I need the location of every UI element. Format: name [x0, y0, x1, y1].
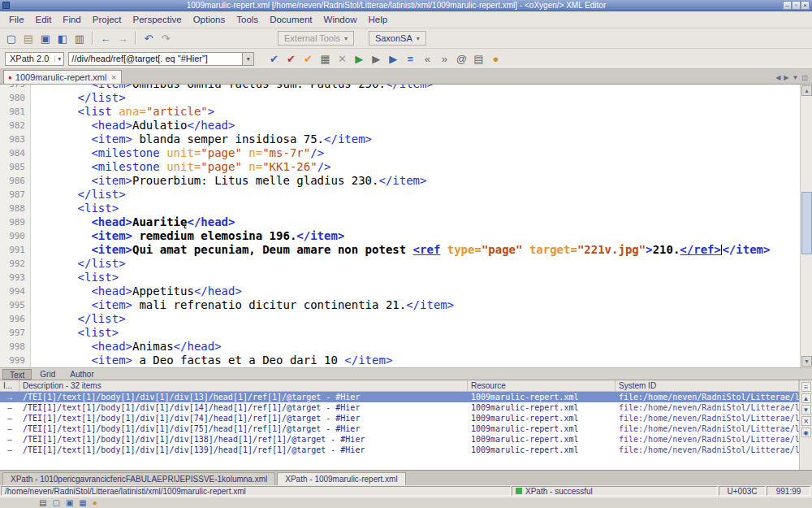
open-folder-icon[interactable]: ▤ — [20, 30, 37, 46]
menu-options[interactable]: Options — [188, 13, 231, 26]
scroll-tabs-left-icon[interactable]: ◀ — [775, 74, 780, 81]
code-line-996[interactable]: 996 </list> — [0, 312, 812, 326]
result-row[interactable]: →/TEI[1]/text[1]/body[1]/div[1]/div[13]/… — [0, 392, 799, 402]
lock-icon[interactable]: ● — [487, 50, 503, 67]
code-line-984[interactable]: 984 <milestone unit="page" n="ms-7r"/> — [0, 146, 812, 160]
scroll-up-icon[interactable]: ▲ — [801, 85, 812, 96]
code-line-979[interactable]: 979 <item>Omnibus omnia factus sum. Paul… — [0, 85, 812, 91]
scrollbar-thumb[interactable] — [801, 192, 812, 254]
transformation-scenario-dropdown[interactable]: SaxonSA ▾ — [369, 31, 426, 46]
menu-edit[interactable]: Edit — [30, 13, 58, 26]
code-line-997[interactable]: 997 <list> — [0, 326, 812, 340]
result-row[interactable]: –/TEI[1]/text[1]/body[1]/div[1]/div[75]/… — [0, 423, 799, 434]
code-line-993[interactable]: 993 <list> — [0, 271, 812, 284]
xpath-history-dropdown[interactable]: ▾ — [242, 52, 254, 66]
results-settings-icon[interactable]: ≡ — [801, 382, 811, 392]
format-indent-icon[interactable]: ≡ — [402, 50, 418, 67]
highlight-results-icon[interactable]: ◉ — [801, 428, 811, 437]
indent-more-icon[interactable]: » — [436, 50, 452, 67]
associate-schema-icon[interactable]: ▦ — [317, 50, 333, 67]
browser-icon[interactable]: ● — [93, 498, 97, 508]
xpath-query-input[interactable] — [68, 52, 242, 66]
code-line-992[interactable]: 992 </list> — [0, 257, 812, 271]
code-line-985[interactable]: 985 <milestone unit="page" n="KK1-26"/> — [0, 160, 812, 174]
new-document-icon[interactable]: ▢ — [3, 30, 19, 46]
scroll-tabs-right-icon[interactable]: ▶ — [784, 74, 788, 81]
code-line-980[interactable]: 980 </list> — [0, 91, 812, 105]
save-all-icon[interactable]: ◧ — [54, 30, 71, 46]
menu-perspective[interactable]: Perspective — [127, 13, 188, 26]
code-line-994[interactable]: 994 <head>Appetitus</head> — [0, 284, 812, 298]
code-line-990[interactable]: 990 <item> remedium elemosina 196.</item… — [0, 229, 812, 243]
code-line-988[interactable]: 988 <list> — [0, 202, 812, 215]
menu-window[interactable]: Window — [318, 13, 363, 26]
column-header-resource[interactable]: Resource — [468, 380, 615, 391]
menu-document[interactable]: Document — [264, 13, 317, 26]
view-tab[interactable]: XPath - 1009marulic-repert.xml — [277, 472, 405, 485]
menu-tools[interactable]: Tools — [231, 13, 264, 26]
editor-scrollbar[interactable]: ▲ ▼ — [800, 85, 812, 367]
split-editor-icon[interactable]: ◫ — [801, 74, 808, 81]
file-manager-icon[interactable]: ▦ — [79, 498, 86, 508]
code-line-998[interactable]: 998 <head>Animas</head> — [0, 340, 812, 354]
editor-tab[interactable]: ● 1009marulic-repert.xml × — [3, 70, 122, 84]
previous-result-icon[interactable]: ▲ — [801, 393, 811, 403]
column-header-description[interactable]: Description - 32 items — [19, 380, 468, 391]
mode-tab-text[interactable]: Text — [2, 369, 32, 380]
result-row[interactable]: –/TEI[1]/text[1]/body[1]/div[1]/div[138]… — [0, 434, 799, 445]
validate-with-schema-icon[interactable]: ✔ — [300, 50, 316, 67]
mode-tab-author[interactable]: Author — [63, 369, 100, 380]
maximize-icon[interactable]: ▫ — [792, 1, 801, 10]
minimize-icon[interactable]: – — [783, 1, 792, 10]
code-line-981[interactable]: 981 <list ana="article"> — [0, 105, 812, 119]
menu-file[interactable]: File — [3, 13, 30, 26]
clear-validation-icon[interactable]: ✕ — [334, 50, 350, 67]
column-header-systemid[interactable]: System ID — [615, 380, 799, 391]
indent-less-icon[interactable]: « — [419, 50, 435, 67]
menu-project[interactable]: Project — [87, 13, 127, 26]
code-line-982[interactable]: 982 <head>Adulatio</head> — [0, 119, 812, 132]
view-tab[interactable]: XPath - 1010pericgavrancicfericFABULAEPR… — [2, 472, 275, 485]
edit-attributes-icon[interactable]: @ — [453, 50, 469, 67]
code-line-991[interactable]: 991 <item>Qui amat pecuniam, Deum amare … — [0, 243, 812, 257]
scroll-down-icon[interactable]: ▼ — [801, 356, 812, 367]
check-well-formed-icon[interactable]: ✔ — [266, 50, 282, 67]
code-line-987[interactable]: 987 </list> — [0, 188, 812, 202]
mode-tab-grid[interactable]: Grid — [33, 369, 62, 380]
close-icon[interactable]: × — [801, 1, 810, 10]
configure-transformation-icon[interactable]: ▶ — [368, 50, 384, 67]
outline-icon[interactable]: ▤ — [470, 50, 486, 67]
remove-results-icon[interactable]: ✕ — [801, 416, 811, 426]
show-desktop-icon[interactable]: ▢ — [52, 498, 59, 508]
print-icon[interactable]: ▥ — [71, 30, 88, 46]
terminal-icon[interactable]: ▣ — [66, 498, 73, 508]
result-row[interactable]: –/TEI[1]/text[1]/body[1]/div[1]/div[14]/… — [0, 402, 799, 413]
text-editor-area[interactable]: 979 <item>Omnibus omnia factus sum. Paul… — [0, 85, 812, 367]
code-line-999[interactable]: 999 <item> a Deo factas et a Deo dari 10… — [0, 354, 812, 367]
apply-transformation-icon[interactable]: ▶ — [351, 50, 367, 67]
code-line-983[interactable]: 983 <item> blanda semper insidiosa 75.</… — [0, 132, 812, 146]
next-result-icon[interactable]: ▼ — [801, 405, 811, 415]
undo-icon[interactable]: ↶ — [140, 30, 157, 46]
result-row[interactable]: –/TEI[1]/text[1]/body[1]/div[1]/div[74]/… — [0, 413, 799, 423]
show-tabs-list-icon[interactable]: ▼ — [793, 74, 799, 81]
debug-transformation-icon[interactable]: ▶ — [385, 50, 401, 67]
code-line-989[interactable]: 989 <head>Auaritię</head> — [0, 215, 812, 229]
forward-icon[interactable]: → — [114, 30, 131, 46]
menu-find[interactable]: Find — [57, 13, 86, 26]
external-tools-dropdown[interactable]: External Tools ▾ — [278, 31, 354, 46]
validate-icon[interactable]: ✔ — [283, 50, 299, 67]
code-line-995[interactable]: 995 <item> mali refrenatio dicitur conti… — [0, 298, 812, 312]
xpath-version-select[interactable]: XPath 2.0 ▾ — [5, 52, 64, 66]
code-line-986[interactable]: 986 <item>Prouerbium: Litus melle gladiu… — [0, 174, 812, 188]
save-icon[interactable]: ▣ — [37, 30, 54, 46]
column-header-info[interactable]: I... — [0, 380, 19, 391]
tab-close-icon[interactable]: × — [111, 73, 116, 82]
menu-help[interactable]: Help — [362, 13, 393, 26]
back-icon[interactable]: ← — [97, 30, 114, 46]
chevron-down-icon: ▾ — [417, 35, 420, 42]
title-bar[interactable]: 1009marulic-repert.xml [/home/neven/Radn… — [0, 0, 812, 11]
redo-icon[interactable]: ↷ — [158, 30, 174, 46]
result-row[interactable]: –/TEI[1]/text[1]/body[1]/div[1]/div[139]… — [0, 445, 799, 455]
applications-menu-icon[interactable]: ▤ — [39, 498, 46, 508]
